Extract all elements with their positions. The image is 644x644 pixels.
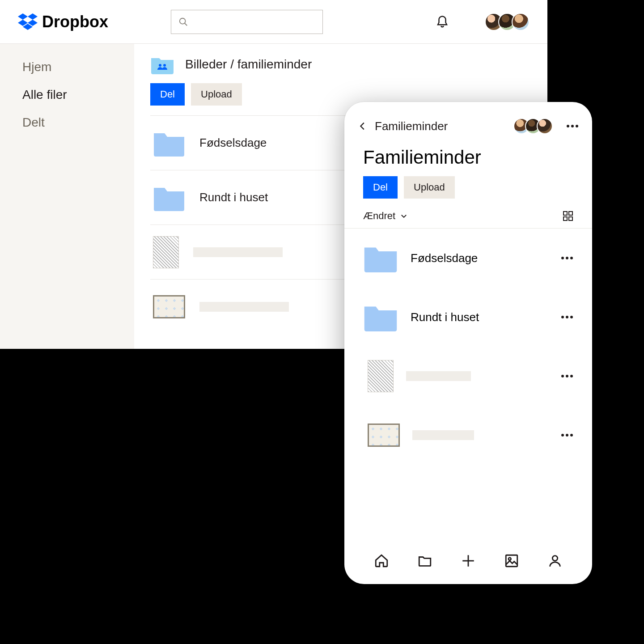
mobile-tabbar <box>344 544 592 584</box>
topbar: Dropbox <box>0 0 547 44</box>
file-name-placeholder <box>193 247 283 257</box>
svg-point-13 <box>570 257 573 259</box>
svg-point-21 <box>566 434 568 436</box>
svg-point-19 <box>570 375 573 377</box>
svg-point-3 <box>163 64 166 67</box>
share-button[interactable]: Del <box>363 176 398 199</box>
page-title: Familieminder <box>344 140 592 176</box>
folder-name: Fødselsdage <box>411 251 548 265</box>
upload-button[interactable]: Upload <box>191 83 242 106</box>
more-icon <box>561 256 573 260</box>
svg-point-2 <box>159 64 161 67</box>
folder-name: Fødselsdage <box>199 136 267 150</box>
tab-add[interactable] <box>461 553 476 568</box>
tab-account[interactable] <box>547 553 563 568</box>
plus-icon <box>461 553 476 568</box>
tab-files[interactable] <box>417 553 432 568</box>
more-button[interactable] <box>566 124 579 128</box>
svg-point-22 <box>570 434 573 436</box>
search-input[interactable] <box>171 10 323 34</box>
svg-point-11 <box>561 257 564 259</box>
sort-button[interactable]: Ændret <box>363 210 408 222</box>
share-button[interactable]: Del <box>150 83 185 106</box>
svg-point-6 <box>576 125 578 127</box>
folder-icon <box>153 184 185 211</box>
dropbox-logo[interactable]: Dropbox <box>18 13 108 31</box>
row-more-button[interactable] <box>561 374 573 378</box>
photo-icon <box>504 553 519 568</box>
search-icon <box>178 17 188 27</box>
person-icon <box>547 553 563 568</box>
sort-row: Ændret <box>344 208 592 229</box>
file-name-placeholder <box>406 371 471 381</box>
svg-point-15 <box>566 316 568 318</box>
avatar <box>537 118 553 134</box>
bell-icon <box>436 15 449 29</box>
file-row[interactable] <box>363 347 573 406</box>
file-thumbnail <box>153 295 185 318</box>
avatar <box>512 13 530 31</box>
mobile-window: Familieminder Familieminder Del Upload Æ… <box>344 102 592 584</box>
sidebar-item-all-files[interactable]: Alle filer <box>22 88 112 102</box>
back-button[interactable] <box>358 121 368 131</box>
file-name-placeholder <box>412 430 474 440</box>
file-thumbnail <box>368 424 400 447</box>
mobile-header: Familieminder <box>344 115 592 140</box>
shared-folder-icon <box>150 55 174 74</box>
svg-point-5 <box>571 125 574 127</box>
folder-icon <box>153 130 185 157</box>
svg-rect-8 <box>569 212 572 215</box>
svg-point-16 <box>570 316 573 318</box>
brand-text: Dropbox <box>42 13 108 31</box>
svg-point-20 <box>561 434 564 436</box>
grid-icon <box>563 211 573 221</box>
more-icon <box>566 124 579 128</box>
row-more-button[interactable] <box>561 433 573 437</box>
member-avatars[interactable] <box>485 13 530 31</box>
svg-rect-25 <box>506 555 517 567</box>
folder-icon <box>363 244 398 272</box>
svg-line-1 <box>185 23 187 25</box>
svg-point-4 <box>567 125 569 127</box>
folder-name: Rundt i huset <box>411 310 548 324</box>
svg-rect-9 <box>564 217 567 220</box>
breadcrumb[interactable]: Billeder / familieminder <box>185 57 312 72</box>
svg-point-12 <box>566 257 568 259</box>
member-avatars[interactable] <box>513 118 553 134</box>
file-thumbnail <box>153 236 179 268</box>
more-icon <box>561 315 573 319</box>
more-icon <box>561 374 573 378</box>
tab-photos[interactable] <box>504 553 519 568</box>
file-thumbnail <box>368 360 394 392</box>
upload-button[interactable]: Upload <box>404 176 455 199</box>
svg-point-26 <box>508 558 511 560</box>
folder-row[interactable]: Rundt i huset <box>363 288 573 347</box>
tab-home[interactable] <box>374 553 389 568</box>
sidebar: Hjem Alle filer Delt <box>0 44 134 349</box>
folder-name: Rundt i huset <box>199 191 268 204</box>
svg-point-18 <box>566 375 568 377</box>
mobile-action-row: Del Upload <box>344 176 592 208</box>
svg-point-0 <box>180 18 186 24</box>
svg-rect-10 <box>569 217 572 220</box>
sort-label: Ændret <box>363 210 395 222</box>
header-title: Familieminder <box>375 119 506 133</box>
svg-point-17 <box>561 375 564 377</box>
file-row[interactable] <box>363 406 573 465</box>
dropbox-icon <box>18 13 38 30</box>
view-toggle-button[interactable] <box>563 211 573 221</box>
row-more-button[interactable] <box>561 256 573 260</box>
more-icon <box>561 433 573 437</box>
folder-outline-icon <box>417 553 432 568</box>
folder-row[interactable]: Fødselsdage <box>363 229 573 288</box>
svg-rect-7 <box>564 212 567 215</box>
sidebar-item-home[interactable]: Hjem <box>22 60 112 74</box>
sidebar-item-shared[interactable]: Delt <box>22 115 112 130</box>
row-more-button[interactable] <box>561 315 573 319</box>
folder-icon <box>363 303 398 331</box>
breadcrumb-row: Billeder / familieminder <box>150 55 531 74</box>
home-icon <box>374 553 389 568</box>
notifications-button[interactable] <box>436 15 449 29</box>
file-name-placeholder <box>199 302 289 312</box>
chevron-down-icon <box>400 212 408 220</box>
